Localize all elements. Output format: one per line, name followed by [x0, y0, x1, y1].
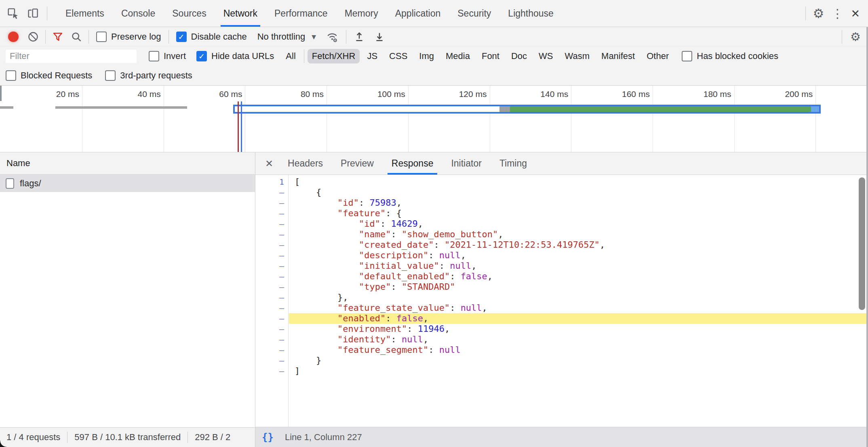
request-detail-panel: ✕ HeadersPreviewResponseInitiatorTiming …: [255, 152, 868, 447]
status-segment: 597 B / 10.1 kB transferred: [74, 432, 181, 443]
pretty-print-icon[interactable]: {}: [262, 432, 274, 443]
name-column-header[interactable]: Name: [0, 152, 255, 175]
timeline-gridline: [327, 86, 327, 152]
timeline-tick-label: 180 ms: [673, 89, 731, 99]
network-overview-timeline[interactable]: 20 ms40 ms60 ms80 ms100 ms120 ms140 ms16…: [0, 86, 868, 152]
response-line: – "initial_value": null,: [255, 261, 868, 271]
response-line: 1[: [255, 177, 868, 187]
detail-tab-response[interactable]: Response: [388, 152, 437, 175]
hide-data-urls-label[interactable]: Hide data URLs: [211, 51, 274, 61]
filter-input[interactable]: [6, 50, 137, 63]
has-blocked-cookies-checkbox[interactable]: [682, 51, 692, 61]
timeline-gridline: [490, 86, 490, 152]
filter-type-doc[interactable]: Doc: [507, 49, 531, 63]
inspect-element-icon[interactable]: [6, 7, 19, 20]
network-settings-icon[interactable]: ⚙: [850, 30, 861, 44]
line-content: "feature": {: [289, 208, 868, 219]
tab-performance[interactable]: Performance: [266, 0, 336, 27]
filter-type-js[interactable]: JS: [362, 49, 382, 63]
panel-tab-strip: ElementsConsoleSourcesNetworkPerformance…: [57, 0, 562, 27]
tab-console[interactable]: Console: [113, 0, 164, 27]
overview-selected-request-bar: [233, 105, 821, 114]
toolbar-divider: [47, 6, 47, 20]
line-gutter: –: [255, 292, 289, 303]
settings-icon[interactable]: ⚙: [813, 6, 824, 21]
invert-checkbox[interactable]: [149, 51, 159, 61]
response-line: – "description": null,: [255, 250, 868, 261]
overview-request-bar: [55, 106, 187, 109]
response-line: – "id": 75983,: [255, 198, 868, 208]
filter-type-media[interactable]: Media: [441, 49, 474, 63]
line-content: {: [289, 187, 868, 198]
response-line: – "environment": 11946,: [255, 324, 868, 334]
tab-security[interactable]: Security: [449, 0, 499, 27]
tab-lighthouse[interactable]: Lighthouse: [499, 0, 562, 27]
throttling-caret-icon[interactable]: ▼: [312, 34, 316, 40]
response-line: – "default_enabled": false,: [255, 271, 868, 282]
line-gutter: –: [255, 334, 289, 345]
timeline-tick-label: 200 ms: [754, 89, 813, 99]
blocked-requests-checkbox[interactable]: [6, 70, 16, 81]
line-gutter: –: [255, 366, 289, 376]
invert-label[interactable]: Invert: [164, 51, 186, 61]
request-checkbox[interactable]: [6, 178, 14, 189]
overview-left-handle[interactable]: [0, 86, 2, 101]
response-line: – "created_date": "2021-11-12T10:22:53.4…: [255, 240, 868, 250]
request-row[interactable]: flags/: [0, 175, 255, 192]
line-gutter: –: [255, 250, 289, 261]
detail-tab-headers[interactable]: Headers: [284, 152, 326, 175]
timeline-gridline: [734, 86, 735, 152]
line-content: "feature_segment": null: [289, 345, 868, 355]
filter-type-fetch-xhr[interactable]: Fetch/XHR: [308, 49, 360, 63]
tab-application[interactable]: Application: [387, 0, 449, 27]
disable-cache-label[interactable]: Disable cache: [191, 32, 247, 42]
third-party-requests-checkbox[interactable]: [105, 70, 116, 81]
network-toolbar: Preserve log ✓ Disable cache No throttli…: [0, 27, 868, 46]
clear-network-log-icon[interactable]: [27, 31, 39, 42]
tab-elements[interactable]: Elements: [57, 0, 113, 27]
search-icon[interactable]: [71, 31, 82, 42]
tab-network[interactable]: Network: [215, 0, 266, 27]
close-devtools-icon[interactable]: ✕: [851, 7, 860, 20]
detail-tab-initiator[interactable]: Initiator: [448, 152, 485, 175]
hide-data-urls-checkbox[interactable]: ✓: [196, 51, 207, 61]
filter-type-font[interactable]: Font: [477, 49, 504, 63]
filter-type-css[interactable]: CSS: [385, 49, 412, 63]
filter-type-manifest[interactable]: Manifest: [597, 49, 639, 63]
filter-type-wasm[interactable]: Wasm: [560, 49, 594, 63]
tab-sources[interactable]: Sources: [164, 0, 215, 27]
response-line: –]: [255, 366, 868, 376]
third-party-requests-label[interactable]: 3rd-party requests: [120, 70, 192, 81]
vertical-scrollbar-thumb[interactable]: [859, 177, 865, 310]
response-line: – "enabled": false,: [255, 313, 868, 324]
filter-type-img[interactable]: Img: [415, 49, 438, 63]
detail-tab-timing[interactable]: Timing: [496, 152, 530, 175]
timeline-gridline: [245, 86, 245, 152]
has-blocked-cookies-label[interactable]: Has blocked cookies: [697, 51, 778, 61]
line-gutter: –: [255, 313, 289, 324]
disable-cache-checkbox[interactable]: ✓: [176, 32, 187, 42]
filter-funnel-icon[interactable]: [52, 31, 63, 42]
line-content: "default_enabled": false,: [289, 271, 868, 282]
gutter-border: [288, 175, 289, 427]
tab-memory[interactable]: Memory: [336, 0, 387, 27]
import-har-icon[interactable]: [354, 31, 365, 42]
filter-type-ws[interactable]: WS: [534, 49, 557, 63]
device-toolbar-icon[interactable]: [27, 7, 40, 20]
line-gutter: –: [255, 208, 289, 219]
export-har-icon[interactable]: [374, 31, 385, 42]
close-detail-icon[interactable]: ✕: [259, 152, 279, 175]
blocked-requests-label[interactable]: Blocked Requests: [21, 70, 92, 81]
timeline-gridline: [164, 86, 164, 152]
record-network-log-button[interactable]: [8, 32, 19, 42]
filter-type-all[interactable]: All: [281, 49, 300, 63]
detail-tab-preview[interactable]: Preview: [337, 152, 377, 175]
network-conditions-icon[interactable]: [326, 30, 339, 43]
preserve-log-checkbox[interactable]: [96, 32, 107, 42]
filter-type-other[interactable]: Other: [642, 49, 673, 63]
more-options-icon[interactable]: ⋮: [831, 6, 843, 21]
line-gutter: –: [255, 187, 289, 198]
timeline-gridline: [815, 86, 816, 152]
preserve-log-label[interactable]: Preserve log: [111, 32, 161, 42]
throttling-select[interactable]: No throttling: [257, 32, 305, 42]
